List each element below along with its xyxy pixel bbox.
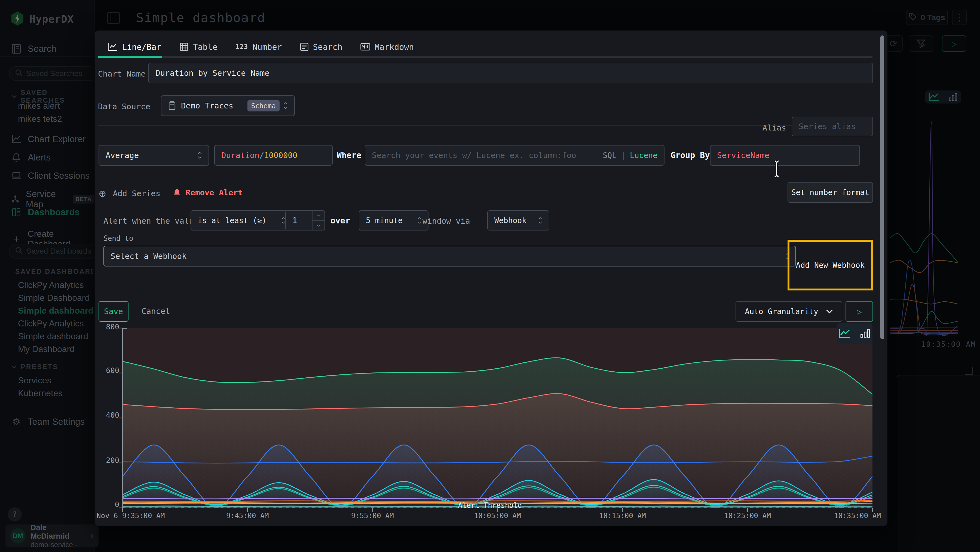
aggregation-select[interactable]: Average — [99, 145, 209, 166]
search-list-icon — [300, 43, 309, 51]
schema-badge: Schema — [247, 100, 280, 112]
database-icon — [168, 101, 176, 110]
chevron-down-icon — [826, 309, 833, 314]
y-tick-label: 800 — [98, 322, 119, 331]
alert-condition-select[interactable]: is at least (≥) — [191, 211, 293, 230]
chart-x-axis-labels: Nov 6 9:35:00 AM9:45:00 AM9:55:00 AM10:0… — [95, 512, 888, 521]
active-tab-underline — [98, 56, 162, 58]
add-series-button[interactable]: ⊕ Add Series — [99, 188, 160, 199]
lucene-mode-toggle[interactable]: Lucene — [630, 151, 657, 160]
modal-scrollbar[interactable] — [880, 35, 884, 339]
select-chevrons-icon — [282, 217, 285, 224]
tab-table[interactable]: Table — [180, 42, 218, 52]
cancel-button[interactable]: Cancel — [142, 306, 170, 316]
tab-line-bar[interactable]: Line/Bar — [108, 42, 161, 52]
window-via-label: window via — [423, 216, 470, 226]
tabbar-divider — [98, 56, 872, 58]
alert-channel-select[interactable]: Webhook — [487, 211, 549, 230]
set-number-format-button[interactable]: Set number format — [788, 182, 873, 203]
section-divider — [98, 296, 872, 296]
x-tick-label: 10:15:00 AM — [599, 512, 646, 520]
x-tick-label: 10:05:00 AM — [474, 512, 521, 520]
stepper-up-icon — [317, 214, 320, 217]
alert-prefix-label: Alert when the value — [103, 216, 199, 226]
x-tick-label: Nov 6 9:35:00 AM — [97, 512, 165, 520]
chart-name-input[interactable]: Duration by Service Name — [148, 63, 873, 83]
y-tick-label: 200 — [98, 456, 119, 464]
send-to-label: Send to — [103, 234, 134, 242]
alert-threshold-label: Alert Threshold — [458, 501, 522, 509]
section-divider — [98, 176, 872, 176]
x-tick-label: 9:55:00 AM — [351, 512, 394, 520]
stepper-down-icon — [317, 224, 320, 227]
data-source-value: Demo Traces — [181, 101, 233, 110]
series-alias-input[interactable]: Series alias — [792, 116, 873, 136]
chart-type-tabbar: Line/Bar Table 123 Number Search Markdow… — [108, 39, 414, 55]
y-tick-label: 600 — [98, 366, 119, 375]
sql-mode-toggle[interactable]: SQL — [603, 151, 617, 160]
where-search-placeholder: Search your events w/ Lucene ex. column:… — [372, 151, 576, 160]
y-tick-label: 400 — [98, 411, 119, 419]
bell-icon — [173, 188, 181, 197]
data-source-select[interactable]: Demo Traces Schema — [161, 95, 295, 116]
remove-alert-button[interactable]: Remove Alert — [173, 188, 243, 197]
save-button[interactable]: Save — [99, 301, 129, 322]
group-by-input[interactable]: ServiceName — [710, 145, 860, 166]
webhook-select[interactable]: Select a Webhook — [103, 246, 796, 266]
chart-type-toggle[interactable] — [837, 323, 872, 344]
data-source-label: Data Source — [98, 102, 150, 111]
alert-threshold-input[interactable]: 1 — [285, 211, 325, 230]
x-tick-label: 9:45:00 AM — [226, 512, 269, 520]
tab-number[interactable]: 123 Number — [235, 42, 282, 52]
over-label: over — [331, 216, 350, 225]
markdown-icon — [360, 43, 370, 51]
alert-window-select[interactable]: 5 minute — [359, 211, 428, 230]
bar-chart-icon — [860, 328, 870, 339]
line-chart-icon — [839, 328, 851, 339]
circled-plus-icon: ⊕ — [99, 188, 107, 199]
add-new-webhook-button[interactable]: Add New Webhook — [796, 261, 865, 270]
text-cursor — [773, 159, 781, 179]
select-chevrons-icon — [538, 217, 542, 224]
chart-name-label: Chart Name — [98, 69, 146, 78]
where-search-input[interactable]: Search your events w/ Lucene ex. column:… — [365, 145, 665, 166]
granularity-select[interactable]: Auto Granularity — [735, 301, 842, 322]
select-chevrons-icon — [197, 152, 202, 159]
group-by-label: Group By — [670, 150, 710, 160]
select-chevrons-icon — [283, 102, 288, 109]
alias-label: Alias — [754, 123, 786, 132]
tab-markdown[interactable]: Markdown — [360, 42, 414, 52]
chart-preview-plot — [119, 327, 876, 517]
number-stepper[interactable] — [312, 211, 325, 230]
table-icon — [180, 43, 189, 51]
field-expression-input[interactable]: Duration/1000000 — [214, 145, 332, 166]
where-label: Where — [337, 150, 361, 160]
y-tick-label: 0 — [98, 500, 119, 509]
x-tick-label: 10:35:00 AM — [834, 512, 881, 520]
select-chevrons-icon — [418, 217, 422, 224]
add-webhook-highlight: Add New Webhook — [788, 240, 873, 290]
tab-search[interactable]: Search — [300, 42, 342, 52]
edit-chart-modal: Line/Bar Table 123 Number Search Markdow… — [95, 30, 888, 526]
x-tick-label: 10:25:00 AM — [724, 512, 771, 520]
run-query-button[interactable]: ▷ — [846, 301, 873, 322]
number-123-icon: 123 — [235, 43, 248, 51]
line-chart-icon — [108, 43, 118, 51]
